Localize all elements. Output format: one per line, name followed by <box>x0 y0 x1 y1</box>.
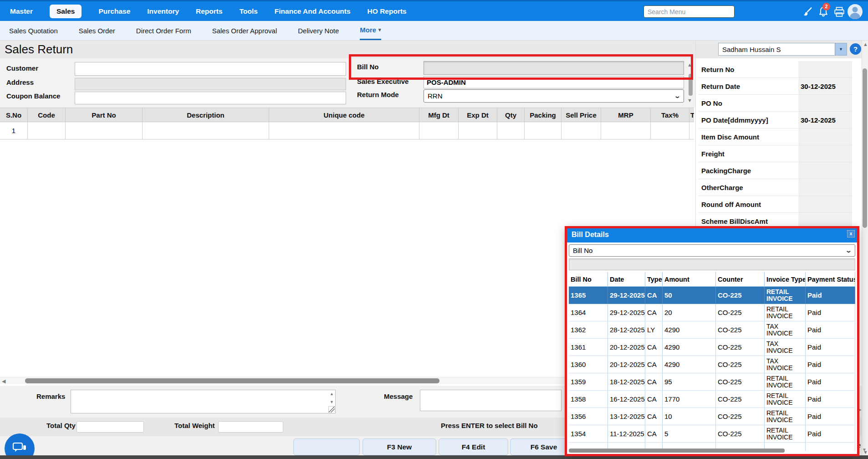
items-cell-10[interactable] <box>601 122 651 139</box>
subnav-sales-order-approval[interactable]: Sales Order Approval <box>212 21 277 40</box>
items-table-row[interactable]: 1 <box>0 122 694 139</box>
salesman-dropdown[interactable]: Sadham Hussain S ▼ <box>718 43 847 56</box>
bill-cell-payment-status: Paid <box>806 339 855 356</box>
items-cell-0[interactable]: 1 <box>0 122 28 139</box>
nav-finance-and-accounts[interactable]: Finance And Accounts <box>275 7 351 15</box>
sidebar-field-value[interactable] <box>798 196 852 212</box>
items-cell-3[interactable] <box>143 122 269 139</box>
subnav-direct-order-form[interactable]: Direct Order Form <box>136 21 191 40</box>
bill-row-1358[interactable]: 135816-12-2025CA1770CO-225RETAIL INVOICE… <box>569 391 855 408</box>
nav-inventory[interactable]: Inventory <box>147 7 179 15</box>
items-col-mrp: MRP <box>601 108 651 122</box>
help-button[interactable]: ? <box>850 43 861 55</box>
items-cell-1[interactable] <box>28 122 66 139</box>
sidebar-field-value[interactable] <box>798 179 852 196</box>
bill-cell-amount: 1770 <box>663 391 716 408</box>
customer-input[interactable] <box>75 62 346 76</box>
coupon-balance-input[interactable] <box>75 92 346 104</box>
nav-purchase[interactable]: Purchase <box>98 7 130 15</box>
items-cell-12[interactable] <box>689 122 694 139</box>
message-label: Message <box>384 392 413 400</box>
items-cell-11[interactable] <box>651 122 689 139</box>
bill-row-1360[interactable]: 136020-12-2025CA4290CO-225TAX INVOICEPai… <box>569 356 855 373</box>
remarks-textarea[interactable] <box>71 390 335 413</box>
total-qty-input[interactable] <box>77 421 144 433</box>
bill-row-1356[interactable]: 135613-12-2025CA10CO-225RETAIL INVOICEPa… <box>569 408 855 425</box>
return-mode-select[interactable]: RRN ⌄ <box>424 89 684 103</box>
bill-row-1365[interactable]: 136529-12-2025CA50CO-225RETAIL INVOICEPa… <box>569 287 855 304</box>
subnav-delivery-note[interactable]: Delivery Note <box>298 21 339 40</box>
popup-filter-dropdown[interactable]: Bill No ⌄ <box>569 244 855 257</box>
bill-no-input[interactable] <box>424 61 684 75</box>
chevron-down-icon: ▼ <box>862 447 867 452</box>
form-scroll-up-icon[interactable]: ▲ <box>687 62 692 67</box>
sidebar-field-value[interactable] <box>798 61 852 77</box>
bill-cell-bill-no: 1360 <box>569 356 608 373</box>
sidebar-field-value[interactable] <box>798 145 852 162</box>
close-icon[interactable]: x <box>847 230 855 237</box>
user-avatar[interactable] <box>848 4 863 19</box>
bill-cell-amount: 4290 <box>663 356 716 373</box>
bill-cell-amount: 4290 <box>663 321 716 339</box>
sidebar-field-value[interactable]: 30-12-2025 <box>798 112 852 128</box>
items-cell-6[interactable] <box>459 122 497 139</box>
sidebar-field-value[interactable] <box>798 162 852 179</box>
fkey-button-blank[interactable] <box>293 438 360 455</box>
nav-tools[interactable]: Tools <box>240 7 258 15</box>
scroll-up-icon[interactable]: ▲ <box>863 42 868 47</box>
bill-row-1362[interactable]: 136228-12-2025LY4290CO-225TAX INVOICEPai… <box>569 321 855 339</box>
nav-reports[interactable]: Reports <box>196 7 223 15</box>
popup-h-scrollbar-thumb[interactable] <box>569 449 785 453</box>
subnav-more[interactable]: More▾ <box>360 21 381 40</box>
sidebar-field-value[interactable] <box>798 95 852 111</box>
sales-executive-input[interactable] <box>424 76 684 88</box>
fkey-button-f3-new[interactable]: F3 New <box>363 438 436 455</box>
nav-ho-reports[interactable]: HO Reports <box>368 7 407 15</box>
search-input[interactable] <box>643 5 735 18</box>
items-cell-7[interactable] <box>497 122 525 139</box>
printer-icon[interactable] <box>833 6 845 18</box>
bill-cell-invoice-type: RETAIL INVOICE <box>765 408 806 425</box>
items-cell-2[interactable] <box>66 122 143 139</box>
items-table: S.NoCodePart NoDescriptionUnique codeMfg… <box>0 108 694 139</box>
sales-submenu-bar: Sales QuotationSales OrderDirect Order F… <box>0 21 868 41</box>
popup-title-bar[interactable]: Bill Details x <box>567 228 857 242</box>
chevron-down-icon: ⌄ <box>845 247 852 254</box>
form-scroll-down-icon[interactable]: ▼ <box>687 98 692 103</box>
bill-row-1359[interactable]: 135918-12-2025CA95CO-225RETAIL INVOICEPa… <box>569 373 855 391</box>
items-cell-5[interactable] <box>419 122 459 139</box>
popup-search-input[interactable] <box>569 258 855 270</box>
bill-row-1361[interactable]: 136120-12-2025CA4290CO-225TAX INVOICEPai… <box>569 339 855 356</box>
bill-cell-type: CA <box>645 304 663 321</box>
sidebar-row-return-date: Return Date30-12-2025 <box>699 78 852 95</box>
sidebar-row-othercharge: OtherCharge <box>699 179 852 196</box>
subnav-sales-quotation[interactable]: Sales Quotation <box>9 21 58 40</box>
sidebar-field-value[interactable] <box>798 129 852 145</box>
scroll-left-icon[interactable]: ◀ <box>2 379 5 384</box>
bill-row-1354[interactable]: 135411-12-2025CA5CO-225RETAIL INVOICEPai… <box>569 425 855 443</box>
items-cell-8[interactable] <box>525 122 562 139</box>
items-cell-4[interactable] <box>269 122 419 139</box>
resize-grip-icon[interactable] <box>328 406 335 413</box>
items-cell-9[interactable] <box>562 122 601 139</box>
spinner-down-icon[interactable]: ▼ <box>330 400 334 404</box>
nav-master[interactable]: Master <box>10 7 33 15</box>
main-h-scrollbar-thumb[interactable] <box>25 378 439 383</box>
total-weight-input[interactable] <box>218 421 283 433</box>
sidebar-field-value[interactable]: 30-12-2025 <box>798 78 852 94</box>
bill-cell-date: 18-12-2025 <box>608 373 645 391</box>
sidebar-row-po-no: PO No <box>699 95 852 112</box>
spinner-up-icon[interactable]: ▲ <box>330 392 334 396</box>
bill-cell-bill-no: 1365 <box>569 287 608 304</box>
fkey-button-f4-edit[interactable]: F4 Edit <box>439 438 508 455</box>
form-scrollbar-thumb[interactable] <box>689 74 693 96</box>
message-input[interactable] <box>420 390 562 411</box>
items-col-mfg-dt: Mfg Dt <box>419 108 459 122</box>
bill-cell-bill-no: 1361 <box>569 339 608 356</box>
window-v-scrollbar-thumb[interactable] <box>863 68 867 228</box>
paintbrush-icon[interactable] <box>801 6 812 18</box>
subnav-sales-order[interactable]: Sales Order <box>79 21 115 40</box>
dropdown-arrow-button[interactable]: ▼ <box>835 43 847 55</box>
nav-sales[interactable]: Sales <box>50 5 82 18</box>
bill-row-1364[interactable]: 136429-12-2025CA20CO-225RETAIL INVOICEPa… <box>569 304 855 321</box>
